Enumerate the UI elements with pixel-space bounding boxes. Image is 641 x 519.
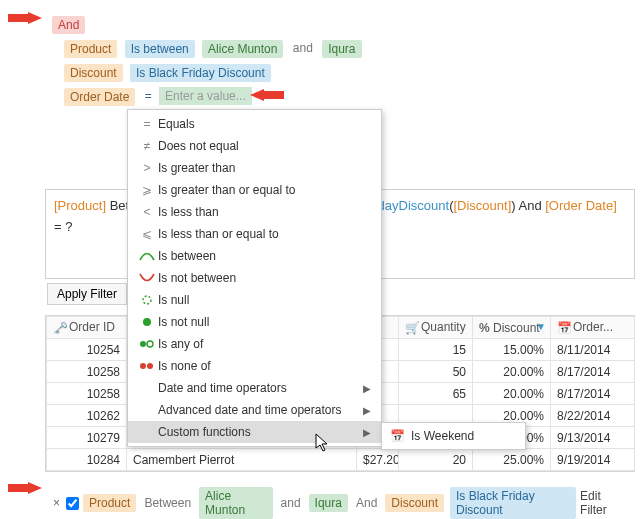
key-icon: 🗝️ <box>53 321 67 335</box>
menu-item-is-not-null[interactable]: Is not null <box>128 311 381 333</box>
filter-row: Product Is between Alice Munton and Iqur… <box>62 38 364 60</box>
menu-item-is-weekend[interactable]: 📅 Is Weekend <box>382 425 525 447</box>
menu-item-label: Is none of <box>158 359 371 373</box>
operator-token[interactable]: Is between <box>125 40 195 58</box>
menu-item-label: Date and time operators <box>158 381 363 395</box>
menu-item-label: Is less than or equal to <box>158 227 371 241</box>
svg-point-3 <box>143 296 151 304</box>
svg-marker-2 <box>8 482 42 494</box>
col-label: Quantity <box>421 320 466 334</box>
cell-quantity: 50 <box>399 361 473 383</box>
annotation-arrow <box>8 482 42 494</box>
apply-filter-button[interactable]: Apply Filter <box>47 283 127 305</box>
group-label: And <box>352 494 381 512</box>
menu-item-custom-functions[interactable]: Custom functions▶ <box>128 421 381 443</box>
svg-point-7 <box>140 363 146 369</box>
operator-icon: ≠ <box>136 139 158 153</box>
value-token[interactable]: Alice Munton <box>202 40 283 58</box>
cell-order-id: 10279 <box>47 427 127 449</box>
value-token[interactable]: Iqura <box>322 40 361 58</box>
operator-icon <box>136 339 158 349</box>
submenu-arrow-icon: ▶ <box>363 383 371 394</box>
cell-order-date: 8/22/2014 <box>551 405 635 427</box>
cell-discount: 15.00% <box>473 339 551 361</box>
menu-item-is-not-between[interactable]: Is not between <box>128 267 381 289</box>
filter-enabled-checkbox[interactable] <box>66 497 79 510</box>
table-row[interactable]: 10284Camembert Pierrot$27.202025.00%9/19… <box>47 449 635 471</box>
field-token[interactable]: Product <box>83 494 136 512</box>
operator-dropdown-menu: =Equals≠Does not equal>Is greater than⩾I… <box>127 109 382 447</box>
field-token[interactable]: Discount <box>385 494 444 512</box>
operator-icon <box>136 294 158 306</box>
menu-item-label: Is Weekend <box>411 429 474 443</box>
svg-point-5 <box>140 341 146 347</box>
calendar-icon: 📅 <box>390 429 405 443</box>
menu-item-label: Is not between <box>158 271 371 285</box>
menu-item-is-greater-than[interactable]: >Is greater than <box>128 157 381 179</box>
cell-order-id: 10262 <box>47 405 127 427</box>
menu-item-label: Is null <box>158 293 371 307</box>
menu-item-is-none-of[interactable]: Is none of <box>128 355 381 377</box>
menu-item-label: Is any of <box>158 337 371 351</box>
operator-icon <box>136 251 158 261</box>
field-token[interactable]: Order Date <box>64 88 135 106</box>
filter-funnel-icon[interactable]: ▼ <box>536 321 546 332</box>
expr-text: = ? <box>54 219 72 234</box>
cell-order-id: 10258 <box>47 383 127 405</box>
custom-functions-submenu: 📅 Is Weekend <box>381 422 526 450</box>
svg-point-6 <box>147 341 153 347</box>
calendar-icon: 📅 <box>557 321 571 335</box>
menu-item-equals[interactable]: =Equals <box>128 113 381 135</box>
col-order-id[interactable]: 🗝️Order ID <box>47 317 127 339</box>
operator-icon: < <box>136 205 158 219</box>
value-token[interactable]: Alice Munton <box>199 487 272 519</box>
menu-item-label: Is greater than or equal to <box>158 183 371 197</box>
field-token[interactable]: Discount <box>64 64 123 82</box>
operator-token[interactable]: Is Black Friday Discount <box>130 64 271 82</box>
svg-point-4 <box>143 318 151 326</box>
conjunction-label: and <box>289 39 317 57</box>
expr-field: [Discount] <box>453 198 511 213</box>
cell-order-date: 8/17/2014 <box>551 383 635 405</box>
menu-item-does-not-equal[interactable]: ≠Does not equal <box>128 135 381 157</box>
col-label: Order... <box>573 320 613 334</box>
clear-filter-icon[interactable]: × <box>49 496 64 510</box>
filter-row: Discount Is Black Friday Discount <box>62 62 364 84</box>
col-discount[interactable]: % Discount▼ <box>473 317 551 339</box>
menu-item-is-null[interactable]: Is null <box>128 289 381 311</box>
menu-item-label: Is between <box>158 249 371 263</box>
menu-item-label: Custom functions <box>158 425 363 439</box>
menu-item-is-greater-than-or-equal-to[interactable]: ⩾Is greater than or equal to <box>128 179 381 201</box>
field-token[interactable]: Product <box>64 40 117 58</box>
operator-icon <box>136 316 158 328</box>
menu-item-is-between[interactable]: Is between <box>128 245 381 267</box>
menu-item-advanced-date-and-time-operators[interactable]: Advanced date and time operators▶ <box>128 399 381 421</box>
cell-discount: 25.00% <box>473 449 551 471</box>
equals-operator[interactable]: = <box>141 87 156 105</box>
expr-text: ) And <box>511 198 545 213</box>
operator-icon: ⩽ <box>136 227 158 241</box>
cell-order-date: 8/11/2014 <box>551 339 635 361</box>
operator-icon: = <box>136 117 158 131</box>
col-quantity[interactable]: 🛒Quantity <box>399 317 473 339</box>
operator-label: Between <box>140 494 195 512</box>
cell-order-id: 10258 <box>47 361 127 383</box>
menu-item-label: Is less than <box>158 205 371 219</box>
svg-point-8 <box>147 363 153 369</box>
menu-item-date-and-time-operators[interactable]: Date and time operators▶ <box>128 377 381 399</box>
menu-item-is-any-of[interactable]: Is any of <box>128 333 381 355</box>
conjunction-label: and <box>277 494 305 512</box>
menu-item-is-less-than[interactable]: <Is less than <box>128 201 381 223</box>
value-input[interactable]: Enter a value... <box>159 87 252 105</box>
col-label: Order ID <box>69 320 115 334</box>
annotation-arrow <box>250 89 284 101</box>
menu-item-is-less-than-or-equal-to[interactable]: ⩽Is less than or equal to <box>128 223 381 245</box>
expr-field: [Order Date] <box>545 198 617 213</box>
edit-filter-link[interactable]: Edit Filter <box>580 489 625 517</box>
cell-product: Camembert Pierrot <box>127 449 357 471</box>
col-order-date[interactable]: 📅Order... <box>551 317 635 339</box>
value-token[interactable]: Iqura <box>309 494 348 512</box>
group-operator-token[interactable]: And <box>52 16 85 34</box>
operator-token[interactable]: Is Black Friday Discount <box>450 487 576 519</box>
percent-icon: % <box>479 321 490 335</box>
